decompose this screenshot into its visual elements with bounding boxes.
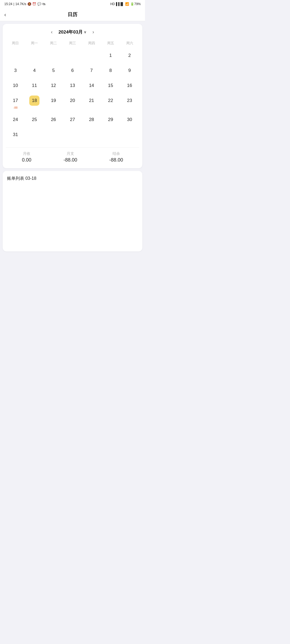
- signal-icon: HD▐▐▐▌: [110, 2, 124, 6]
- day-cell[interactable]: 19: [44, 93, 63, 112]
- day-cell[interactable]: 25: [25, 112, 44, 127]
- monthly-summary: 月收 0.00 月支 -88.00 结余 -88.00: [6, 147, 139, 163]
- month-dropdown-icon[interactable]: ∨: [84, 30, 86, 34]
- weekday-label: 周三: [63, 40, 82, 47]
- day-number: [86, 50, 97, 61]
- day-cell: [101, 127, 120, 142]
- day-number: 28: [86, 115, 97, 125]
- day-cell[interactable]: 10: [6, 78, 25, 93]
- day-number: 23: [125, 96, 135, 106]
- day-number: 4: [29, 65, 39, 76]
- balance-value: -88.00: [109, 157, 123, 163]
- prev-month-button[interactable]: ‹: [48, 28, 56, 36]
- day-cell[interactable]: 14: [82, 78, 101, 93]
- day-number: 30: [125, 115, 135, 125]
- day-cell[interactable]: 30: [120, 112, 139, 127]
- day-number: [106, 130, 116, 140]
- day-number: 19: [48, 96, 59, 106]
- day-cell[interactable]: 24: [6, 112, 25, 127]
- day-cell[interactable]: 23: [120, 93, 139, 112]
- day-number: 1: [106, 50, 116, 61]
- day-cell[interactable]: 17-88: [6, 93, 25, 112]
- day-cell: [63, 127, 82, 142]
- day-cell[interactable]: 27: [63, 112, 82, 127]
- day-number: 15: [106, 80, 116, 91]
- day-number: 25: [29, 115, 39, 125]
- day-number: 20: [67, 96, 78, 106]
- back-button[interactable]: ‹: [4, 12, 6, 18]
- day-cell[interactable]: 15: [101, 78, 120, 93]
- day-number: 17: [10, 96, 20, 106]
- day-number: 11: [29, 80, 39, 91]
- day-number: [29, 50, 39, 61]
- status-time: 15:24: [4, 2, 12, 6]
- day-number: 18: [29, 96, 39, 106]
- day-cell[interactable]: 2: [120, 48, 139, 63]
- day-number: [29, 130, 39, 140]
- summary-income: 月收 0.00: [22, 151, 31, 163]
- weekday-label: 周四: [82, 40, 101, 47]
- day-cell: [44, 48, 63, 63]
- day-cell[interactable]: 8: [101, 63, 120, 78]
- weekday-headers: 周日周一周二周三周四周五周六: [6, 40, 139, 47]
- day-number: 29: [106, 115, 116, 125]
- day-cell[interactable]: 6: [63, 63, 82, 78]
- bill-list-card: 账单列表 03-18: [3, 171, 142, 251]
- weekday-label: 周一: [25, 40, 44, 47]
- calendar-grid: 1234567891011121314151617-88181920212223…: [6, 48, 139, 142]
- next-month-button[interactable]: ›: [89, 28, 97, 36]
- summary-balance: 结余 -88.00: [109, 151, 123, 163]
- day-number: 22: [106, 96, 116, 106]
- day-number: [67, 50, 78, 61]
- day-number: 7: [86, 65, 97, 76]
- day-number: 3: [10, 65, 20, 76]
- status-icons: 🔕 ⏰ 💬 🛍: [27, 2, 45, 6]
- day-cell: [25, 48, 44, 63]
- day-cell[interactable]: 7: [82, 63, 101, 78]
- day-cell: [82, 48, 101, 63]
- day-cell: [44, 127, 63, 142]
- balance-label: 结余: [113, 151, 120, 156]
- expense-value: -88.00: [63, 157, 77, 163]
- day-cell[interactable]: 21: [82, 93, 101, 112]
- status-right: HD▐▐▐▌ 📶 🔋79%: [110, 2, 141, 6]
- day-cell[interactable]: 1: [101, 48, 120, 63]
- day-number: 12: [48, 80, 59, 91]
- weekday-label: 周日: [6, 40, 25, 47]
- day-cell[interactable]: 31: [6, 127, 25, 142]
- day-cell[interactable]: 12: [44, 78, 63, 93]
- day-cell[interactable]: 11: [25, 78, 44, 93]
- status-speed: 14.7K/s: [15, 2, 26, 6]
- expense-label: 月支: [67, 151, 74, 156]
- status-network: |: [13, 2, 14, 6]
- day-number: [48, 50, 59, 61]
- day-number: [125, 130, 135, 140]
- day-cell[interactable]: 9: [120, 63, 139, 78]
- battery-icon: 🔋79%: [130, 2, 141, 6]
- day-number: 14: [86, 80, 97, 91]
- month-title: 2024年03月 ∨: [59, 29, 87, 35]
- income-label: 月收: [23, 151, 30, 156]
- day-cell: [6, 48, 25, 63]
- day-number: 24: [10, 115, 20, 125]
- day-number: [48, 130, 59, 140]
- day-cell[interactable]: 28: [82, 112, 101, 127]
- calendar-card: ‹ 2024年03月 ∨ › 周日周一周二周三周四周五周六 1234567891…: [3, 24, 142, 168]
- day-number: 16: [125, 80, 135, 91]
- day-cell[interactable]: 3: [6, 63, 25, 78]
- day-cell[interactable]: 4: [25, 63, 44, 78]
- day-number: 5: [48, 65, 59, 76]
- day-cell[interactable]: 29: [101, 112, 120, 127]
- day-cell[interactable]: 13: [63, 78, 82, 93]
- day-cell[interactable]: 5: [44, 63, 63, 78]
- weekday-label: 周五: [101, 40, 120, 47]
- day-number: 6: [67, 65, 78, 76]
- day-number: 9: [125, 65, 135, 76]
- day-number: 31: [10, 130, 20, 140]
- day-cell[interactable]: 20: [63, 93, 82, 112]
- day-cell[interactable]: 26: [44, 112, 63, 127]
- day-cell[interactable]: 16: [120, 78, 139, 93]
- day-cell[interactable]: 18: [25, 93, 44, 112]
- day-cell[interactable]: 22: [101, 93, 120, 112]
- month-nav: ‹ 2024年03月 ∨ ›: [6, 28, 139, 36]
